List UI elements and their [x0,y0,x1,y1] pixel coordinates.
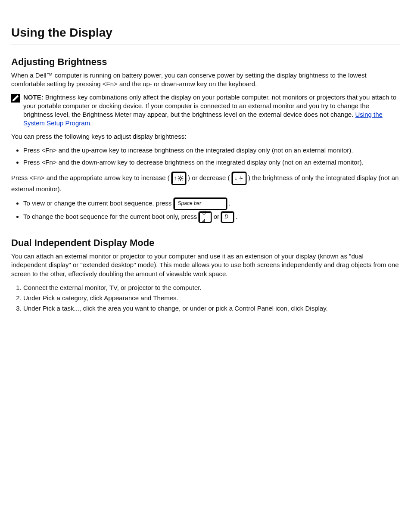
list-item: To change the boot sequence for the curr… [23,212,400,223]
sun-dim-icon [238,176,243,181]
list-item: Under Pick a task..., click the area you… [23,303,400,314]
brightness-keys-intro: Press <Fn> and the appropriate arrow key… [11,172,400,193]
title-divider [11,44,400,44]
svg-point-4 [180,177,182,179]
pencil-note-icon [11,94,20,103]
sun-bright-icon [177,175,184,181]
boot-item-0-post: . [229,199,230,207]
document-page: Using the Display Adjusting Brightness W… [0,0,411,344]
list-item: Connect the external monitor, TV, or pro… [23,283,400,293]
boot-sequence-bullets: To view or change the current boot seque… [23,198,400,223]
brightness-down-key-icon: ↓ [232,172,246,185]
adjusting-brightness-intro: When a Dell™ computer is running on batt… [11,71,400,89]
list-item: Press <Fn> and the up-arrow key to incre… [23,145,400,156]
brightness-bullet-list: Press <Fn> and the up-arrow key to incre… [23,145,400,168]
brightness-list-intro: You can press the following keys to adju… [11,132,400,141]
boot-item-1-mid: or [214,213,221,220]
dual-display-para: You can attach an external monitor or pr… [11,252,400,278]
brightness-keys-intro-mid: ) or decrease ( [188,174,230,181]
page-title: Using the Display [11,26,400,40]
brightness-keys-intro-part1: Press <Fn> and the appropriate arrow key… [11,174,170,181]
list-item: Under Pick a category, click Appearance … [23,293,400,303]
note-text: NOTE: Brightness key combinations only a… [23,93,400,128]
svg-line-12 [182,176,183,177]
list-item: Press <Fn> and the down-arrow key to dec… [23,157,400,168]
brightness-up-key-icon: ↑ [171,172,186,185]
svg-line-9 [179,176,180,177]
note-body: Brightness key combinations only affect … [23,93,396,118]
svg-line-10 [182,180,183,180]
list-item: To view or change the current boot seque… [23,198,400,210]
boot-item-0-pre: To view or change the current boot seque… [23,199,174,207]
boot-item-1-pre: To change the boot sequence for the curr… [23,213,199,220]
note-label: NOTE: [23,93,44,101]
note-row: NOTE: Brightness key combinations only a… [11,93,400,128]
section-heading-adjusting-brightness: Adjusting Brightness [11,56,400,68]
dual-display-steps: Connect the external monitor, TV, or pro… [23,283,400,314]
section-heading-dual-display: Dual Independent Display Mode [11,237,400,249]
u-key-icon: U 4 [199,212,212,223]
boot-item-1-post: . [236,213,237,220]
spacebar-key-icon: Space bar [174,198,227,210]
svg-line-11 [179,180,180,180]
d-key-icon: D [221,212,234,223]
svg-point-13 [240,177,242,179]
